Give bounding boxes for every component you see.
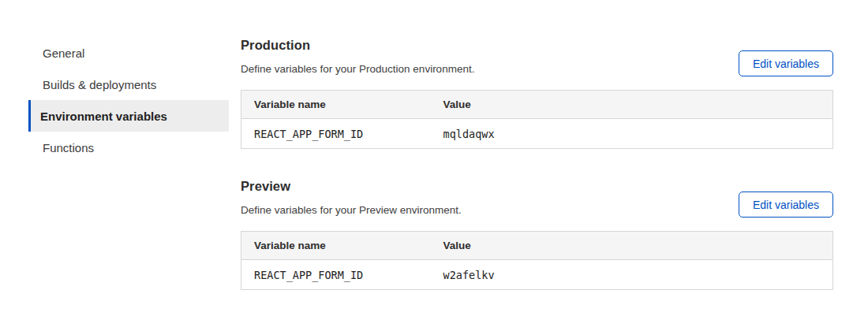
environment-variables-panel: Production Define variables for your Pro… bbox=[241, 38, 833, 290]
variable-name-cell: REACT_APP_FORM_ID bbox=[241, 260, 431, 290]
sidebar-item-functions[interactable]: Functions bbox=[28, 132, 229, 163]
variable-value-cell: mqldaqwx bbox=[431, 119, 833, 149]
settings-sidebar: General Builds & deployments Environment… bbox=[28, 37, 229, 163]
preview-variables-table: Variable name Value REACT_APP_FORM_ID w2… bbox=[241, 231, 833, 290]
production-edit-variables-button[interactable]: Edit variables bbox=[739, 50, 833, 76]
table-header-row: Variable name Value bbox=[241, 91, 833, 119]
preview-edit-variables-button[interactable]: Edit variables bbox=[739, 192, 833, 218]
variable-name-column-header: Variable name bbox=[241, 91, 431, 119]
variable-value-cell: w2afelkv bbox=[431, 260, 833, 290]
table-row: REACT_APP_FORM_ID mqldaqwx bbox=[241, 119, 833, 149]
value-column-header: Value bbox=[431, 232, 833, 260]
table-header-row: Variable name Value bbox=[241, 232, 833, 260]
variable-name-column-header: Variable name bbox=[241, 232, 431, 260]
production-section: Production Define variables for your Pro… bbox=[241, 38, 833, 149]
table-row: REACT_APP_FORM_ID w2afelkv bbox=[241, 260, 833, 290]
value-column-header: Value bbox=[431, 91, 833, 119]
production-variables-table: Variable name Value REACT_APP_FORM_ID mq… bbox=[241, 90, 833, 149]
sidebar-item-builds-deployments[interactable]: Builds & deployments bbox=[28, 69, 229, 100]
preview-section: Preview Define variables for your Previe… bbox=[241, 179, 833, 290]
sidebar-item-general[interactable]: General bbox=[28, 37, 229, 69]
sidebar-item-environment-variables[interactable]: Environment variables bbox=[28, 100, 229, 132]
variable-name-cell: REACT_APP_FORM_ID bbox=[241, 119, 431, 149]
